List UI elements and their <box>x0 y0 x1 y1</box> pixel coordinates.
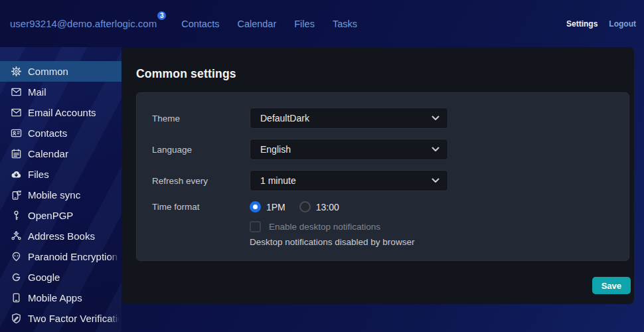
theme-select[interactable]: DefaultDark <box>250 108 448 129</box>
refresh-select-value: 1 minute <box>260 175 296 186</box>
topbar: user93214@demo.afterlogic.com 3 Contacts… <box>0 0 644 47</box>
sidebar-item-address-books[interactable]: Address Books <box>0 226 121 246</box>
sidebar-item-label: Email Accounts <box>28 107 120 118</box>
language-label: Language <box>152 145 250 155</box>
common-settings-panel: Theme DefaultDark Language English Refre… <box>136 92 629 261</box>
google-icon <box>11 272 22 283</box>
settings-link[interactable]: Settings <box>566 19 598 29</box>
sidebar-item-label: Address Books <box>28 230 120 242</box>
envelope-icon <box>11 86 22 98</box>
sidebar-item-label: Calendar <box>28 148 120 159</box>
phone-icon <box>11 292 22 303</box>
sidebar-item-mobile-sync[interactable]: Mobile sync <box>0 185 121 205</box>
language-select-value: English <box>260 144 291 155</box>
shield-pen-icon <box>11 313 22 324</box>
envelope-icon <box>11 107 22 118</box>
enable-notifications-checkbox[interactable] <box>250 221 261 232</box>
notifications-row: Enable desktop notifications <box>250 221 629 232</box>
topbar-right: Settings Logout <box>566 19 636 29</box>
time-format-radio-group: 1PM 13:00 <box>250 201 339 212</box>
sidebar-item-two-factor[interactable]: Two Factor Verification <box>0 308 121 329</box>
sidebar-item-openpgp[interactable]: OpenPGP <box>0 205 121 226</box>
afterlogic-settings-screen: user93214@demo.afterlogic.com 3 Contacts… <box>0 0 644 332</box>
language-row: Language English <box>152 139 629 160</box>
sidebar-item-contacts[interactable]: Contacts <box>0 123 121 143</box>
account-email[interactable]: user93214@demo.afterlogic.com 3 <box>10 18 157 29</box>
sidebar-item-files[interactable]: Files <box>0 164 121 185</box>
nav-calendar[interactable]: Calendar <box>237 19 276 29</box>
chevron-down-icon <box>432 116 440 121</box>
settings-sidebar: Common Mail Email Accounts Contacts Cale <box>0 47 121 332</box>
sidebar-item-label: Mobile sync <box>28 189 120 201</box>
crossed-keys-icon <box>11 230 22 242</box>
sidebar-item-label: Google <box>28 272 120 283</box>
sidebar-item-email-accounts[interactable]: Email Accounts <box>0 102 121 123</box>
sidebar-item-common[interactable]: Common <box>0 61 121 82</box>
time-format-row: Time format 1PM 13:00 <box>152 201 629 212</box>
sidebar-item-mail[interactable]: Mail <box>0 82 121 102</box>
alien-icon <box>11 251 22 262</box>
gear-icon <box>11 66 22 77</box>
sidebar-item-label: Contacts <box>28 127 120 139</box>
sidebar-item-google[interactable]: Google <box>0 267 121 288</box>
contact-card-icon <box>11 127 22 139</box>
page-title: Common settings <box>136 67 634 81</box>
radio-24h-label[interactable]: 13:00 <box>316 202 339 212</box>
sidebar-item-label: Files <box>28 169 120 180</box>
nav-tasks[interactable]: Tasks <box>333 19 357 29</box>
sidebar-item-label: OpenPGP <box>28 210 120 221</box>
settings-content: Common settings Theme DefaultDark Langua… <box>121 47 634 304</box>
radio-12h-label[interactable]: 1PM <box>266 202 285 212</box>
radio-24h[interactable] <box>299 201 311 212</box>
sidebar-item-label: Mail <box>28 86 120 98</box>
sidebar-item-paranoid-encryption[interactable]: Paranoid Encryption <box>0 246 121 267</box>
refresh-row: Refresh every 1 minute <box>152 170 629 191</box>
language-select[interactable]: English <box>250 139 448 160</box>
refresh-select[interactable]: 1 minute <box>250 170 448 191</box>
key-icon <box>11 210 22 221</box>
mobile-sync-icon <box>11 189 22 201</box>
sidebar-item-label: Common <box>28 66 120 77</box>
nav-files[interactable]: Files <box>294 19 315 29</box>
nav-contacts[interactable]: Contacts <box>181 19 219 29</box>
sidebar-item-label: Mobile Apps <box>28 292 120 303</box>
calendar-icon <box>11 148 22 159</box>
chevron-down-icon <box>432 178 440 183</box>
top-navigation: Contacts Calendar Files Tasks <box>181 19 357 29</box>
theme-select-value: DefaultDark <box>260 113 309 124</box>
notifications-disabled-note: Desktop notifications disabled by browse… <box>250 237 629 247</box>
theme-row: Theme DefaultDark <box>152 108 629 129</box>
refresh-label: Refresh every <box>152 176 250 186</box>
sidebar-item-label: Paranoid Encryption <box>28 251 120 262</box>
sidebar-item-calendar[interactable]: Calendar <box>0 143 121 164</box>
chevron-down-icon <box>432 147 440 152</box>
notification-count-badge: 3 <box>156 10 167 21</box>
save-button[interactable]: Save <box>592 277 631 294</box>
time-format-label: Time format <box>152 202 250 212</box>
sidebar-item-mobile-apps[interactable]: Mobile Apps <box>0 288 121 308</box>
radio-12h[interactable] <box>250 201 261 212</box>
enable-notifications-label: Enable desktop notifications <box>269 222 380 232</box>
theme-label: Theme <box>152 114 250 124</box>
sidebar-item-label: Two Factor Verification <box>28 313 120 324</box>
account-email-label: user93214@demo.afterlogic.com <box>10 18 157 29</box>
logout-link[interactable]: Logout <box>609 19 636 29</box>
cloud-download-icon <box>11 169 22 180</box>
